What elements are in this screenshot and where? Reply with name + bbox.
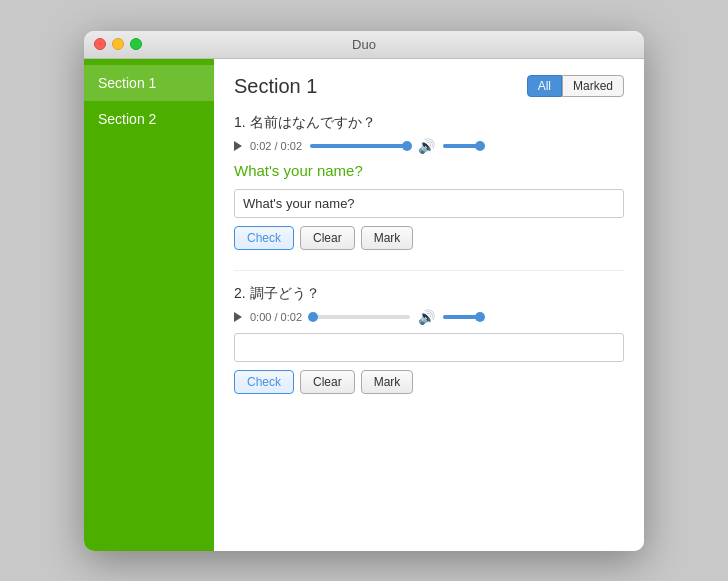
question-2-volume-bar[interactable] (443, 315, 483, 319)
traffic-lights (94, 38, 142, 50)
question-2-progress-bar[interactable] (310, 315, 410, 319)
titlebar: Duo (84, 31, 644, 59)
section-title: Section 1 (234, 75, 317, 98)
question-1-mark-button[interactable]: Mark (361, 226, 414, 250)
filter-buttons: All Marked (527, 75, 624, 97)
play-icon (234, 141, 242, 151)
question-2-mark-button[interactable]: Mark (361, 370, 414, 394)
filter-marked-button[interactable]: Marked (562, 75, 624, 97)
question-2-action-buttons: Check Clear Mark (234, 370, 624, 394)
question-1-progress-bar[interactable] (310, 144, 410, 148)
question-1-answer-input[interactable] (234, 189, 624, 218)
question-2-time: 0:00 / 0:02 (250, 311, 302, 323)
sidebar-item-section1[interactable]: Section 1 (84, 65, 214, 101)
question-1-time: 0:02 / 0:02 (250, 140, 302, 152)
question-1-volume-thumb (475, 141, 485, 151)
sidebar: Section 1 Section 2 (84, 59, 214, 551)
question-1-clear-button[interactable]: Clear (300, 226, 355, 250)
question-1-progress-thumb (402, 141, 412, 151)
question-2-audio-row: 0:00 / 0:02 🔊 (234, 309, 624, 325)
divider-1 (234, 270, 624, 271)
question-2-label: 2. 調子どう？ (234, 285, 624, 303)
question-2-answer-input[interactable] (234, 333, 624, 362)
window-title: Duo (352, 37, 376, 52)
question-2-block: 2. 調子どう？ 0:00 / 0:02 (234, 285, 624, 394)
question-1-translation: What's your name? (234, 162, 624, 179)
app-window: Duo Section 1 Section 2 Section 1 All Ma… (84, 31, 644, 551)
question-1-label: 1. 名前はなんですか？ (234, 114, 624, 132)
question-2-progress-thumb (308, 312, 318, 322)
question-2-clear-button[interactable]: Clear (300, 370, 355, 394)
minimize-button[interactable] (112, 38, 124, 50)
question-2-volume-icon: 🔊 (418, 309, 435, 325)
question-1-volume-icon: 🔊 (418, 138, 435, 154)
question-1-play-button[interactable] (234, 141, 242, 151)
maximize-button[interactable] (130, 38, 142, 50)
question-1-progress-fill (310, 144, 410, 148)
question-1-action-buttons: Check Clear Mark (234, 226, 624, 250)
app-body: Section 1 Section 2 Section 1 All Marked… (84, 59, 644, 551)
main-content: Section 1 All Marked 1. 名前はなんですか？ 0 (214, 59, 644, 551)
filter-all-button[interactable]: All (527, 75, 562, 97)
close-button[interactable] (94, 38, 106, 50)
question-1-check-button[interactable]: Check (234, 226, 294, 250)
question-2-volume-thumb (475, 312, 485, 322)
question-2-play-button[interactable] (234, 312, 242, 322)
question-1-volume-bar[interactable] (443, 144, 483, 148)
content-header: Section 1 All Marked (234, 75, 624, 98)
play-icon (234, 312, 242, 322)
question-1-block: 1. 名前はなんですか？ 0:02 / 0:02 (234, 114, 624, 250)
sidebar-item-section2[interactable]: Section 2 (84, 101, 214, 137)
question-1-audio-row: 0:02 / 0:02 🔊 (234, 138, 624, 154)
question-2-check-button[interactable]: Check (234, 370, 294, 394)
